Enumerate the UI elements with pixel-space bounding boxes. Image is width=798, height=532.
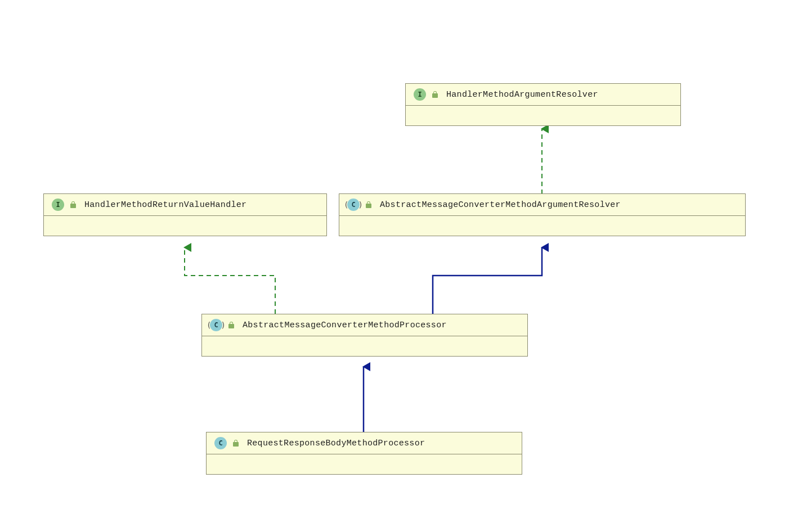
lock-icon bbox=[232, 440, 240, 447]
uml-header: I HandlerMethodReturnValueHandler bbox=[44, 194, 326, 215]
uml-body bbox=[207, 454, 522, 474]
class-name: HandlerMethodArgumentResolver bbox=[446, 90, 598, 100]
class-name: RequestResponseBodyMethodProcessor bbox=[247, 439, 425, 448]
class-name: AbstractMessageConverterMethodProcessor bbox=[243, 321, 447, 330]
lock-icon bbox=[432, 91, 440, 98]
uml-header: I HandlerMethodArgumentResolver bbox=[406, 84, 680, 105]
uml-class-box: I HandlerMethodArgumentResolver bbox=[405, 83, 681, 126]
lock-icon bbox=[228, 322, 236, 328]
uml-body bbox=[406, 105, 680, 125]
implements-arrow bbox=[185, 247, 275, 314]
uml-body bbox=[44, 215, 326, 236]
uml-class-box: C RequestResponseBodyMethodProcessor bbox=[206, 432, 522, 475]
class-name: AbstractMessageConverterMethodArgumentRe… bbox=[380, 200, 621, 210]
interface-icon: I bbox=[52, 199, 64, 211]
uml-header: C AbstractMessageConverterMethodProcesso… bbox=[202, 314, 527, 336]
class-name: HandlerMethodReturnValueHandler bbox=[84, 200, 246, 210]
uml-header: C AbstractMessageConverterMethodArgument… bbox=[339, 194, 745, 215]
abstract-class-icon: C bbox=[210, 319, 222, 331]
lock-icon bbox=[365, 201, 373, 208]
extends-arrow bbox=[433, 247, 542, 314]
uml-class-box: C AbstractMessageConverterMethodArgument… bbox=[339, 193, 746, 236]
interface-icon: I bbox=[414, 88, 426, 101]
uml-class-box: I HandlerMethodReturnValueHandler bbox=[43, 193, 327, 236]
uml-body bbox=[202, 336, 527, 356]
abstract-class-icon: C bbox=[347, 199, 360, 211]
class-icon: C bbox=[214, 437, 227, 449]
uml-header: C RequestResponseBodyMethodProcessor bbox=[207, 432, 522, 454]
uml-class-diagram: I HandlerMethodArgumentResolver I Handle… bbox=[0, 0, 798, 532]
uml-body bbox=[339, 215, 745, 236]
uml-class-box: C AbstractMessageConverterMethodProcesso… bbox=[201, 314, 528, 357]
lock-icon bbox=[70, 201, 78, 208]
